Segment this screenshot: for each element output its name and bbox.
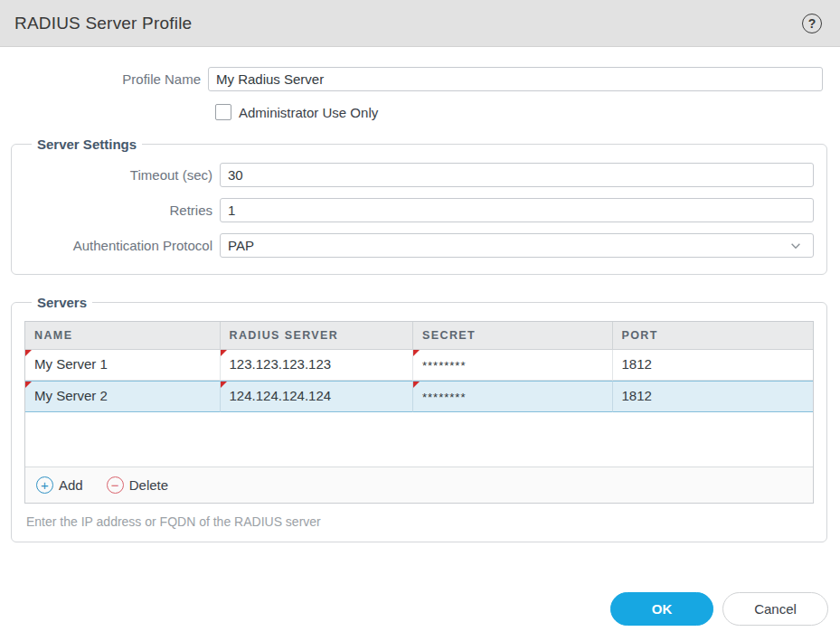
table-row[interactable]: My Server 2 124.124.124.124 ******** 181… (25, 381, 813, 412)
column-header-name[interactable]: NAME (25, 322, 221, 350)
server-settings-legend: Server Settings (32, 137, 142, 152)
servers-section: Servers NAME RADIUS SERVER SECRET PORT M… (11, 295, 827, 542)
auth-protocol-label: Authentication Protocol (24, 238, 220, 253)
cell-name[interactable]: My Server 1 (25, 350, 221, 381)
add-button[interactable]: + Add (36, 476, 83, 494)
action-buttons: OK Cancel (0, 562, 840, 626)
cell-radius-server[interactable]: 123.123.123.123 (221, 350, 414, 381)
servers-table-header: NAME RADIUS SERVER SECRET PORT (25, 322, 813, 350)
servers-helper-text: Enter the IP address or FQDN of the RADI… (24, 514, 814, 529)
dialog-title: RADIUS Server Profile (14, 14, 192, 33)
delete-icon: − (107, 476, 124, 494)
add-icon: + (36, 476, 53, 494)
profile-name-row: Profile Name (0, 67, 840, 91)
timeout-input[interactable] (220, 163, 814, 187)
cell-port[interactable]: 1812 (613, 381, 814, 412)
retries-input[interactable] (220, 198, 814, 222)
cell-name[interactable]: My Server 2 (25, 381, 221, 412)
cell-port[interactable]: 1812 (613, 350, 814, 381)
profile-name-label: Profile Name (0, 71, 208, 87)
timeout-row: Timeout (sec) (24, 163, 814, 187)
cell-secret[interactable]: ******** (413, 350, 613, 381)
add-button-label: Add (59, 477, 83, 493)
server-settings-section: Server Settings Timeout (sec) Retries Au… (11, 137, 827, 275)
admin-only-row: Administrator Use Only (0, 104, 840, 120)
retries-row: Retries (24, 198, 814, 222)
profile-name-input[interactable] (208, 67, 823, 91)
cancel-button[interactable]: Cancel (722, 592, 828, 626)
admin-only-label: Administrator Use Only (239, 105, 378, 120)
help-icon-glyph: ? (808, 16, 816, 31)
chevron-down-icon (789, 240, 802, 252)
admin-only-checkbox[interactable] (215, 104, 231, 120)
timeout-label: Timeout (sec) (24, 167, 220, 183)
auth-protocol-row: Authentication Protocol PAP (24, 233, 814, 258)
delete-button-label: Delete (129, 477, 168, 493)
column-header-port[interactable]: PORT (613, 322, 814, 350)
servers-legend: Servers (32, 295, 92, 310)
column-header-secret[interactable]: SECRET (413, 322, 613, 350)
cell-radius-server[interactable]: 124.124.124.124 (221, 381, 414, 412)
auth-protocol-select[interactable]: PAP (220, 233, 814, 258)
table-empty-area (25, 412, 813, 467)
table-footer: + Add − Delete (25, 467, 813, 503)
dialog-titlebar: RADIUS Server Profile ? (0, 0, 840, 47)
help-icon[interactable]: ? (802, 14, 822, 33)
ok-button[interactable]: OK (610, 592, 713, 626)
retries-label: Retries (24, 203, 220, 218)
auth-protocol-value: PAP (228, 238, 254, 253)
cell-secret[interactable]: ******** (413, 381, 613, 412)
table-row[interactable]: My Server 1 123.123.123.123 ******** 181… (25, 350, 813, 381)
delete-button[interactable]: − Delete (107, 476, 168, 494)
servers-table: NAME RADIUS SERVER SECRET PORT My Server… (24, 321, 814, 504)
dialog-body: Profile Name Administrator Use Only Serv… (0, 47, 840, 626)
column-header-radius-server[interactable]: RADIUS SERVER (221, 322, 414, 350)
